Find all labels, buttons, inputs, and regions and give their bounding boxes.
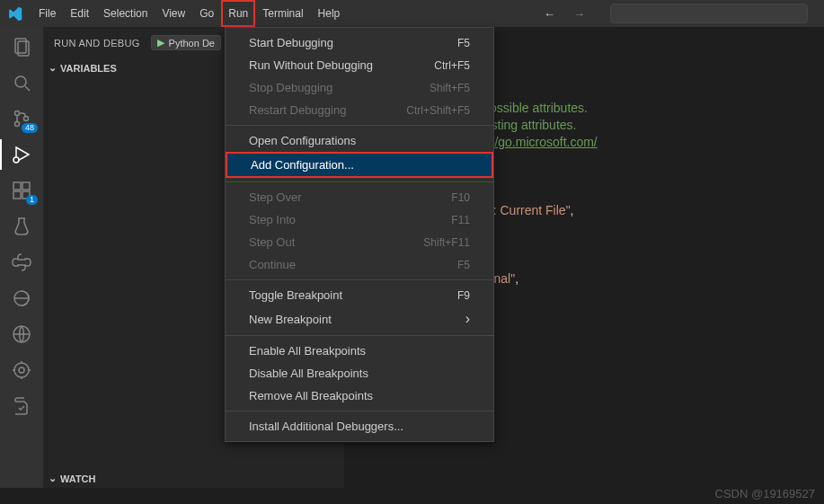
menu-separator: [226, 125, 493, 126]
titlebar: FileEditSelectionViewGoRunTerminalHelp ←…: [0, 0, 824, 27]
activity-python-env-icon[interactable]: [9, 286, 34, 311]
activity-extensions-icon[interactable]: 1: [9, 178, 34, 203]
menu-item-label: Disable All Breakpoints: [249, 367, 368, 380]
nav-forward-icon[interactable]: →: [573, 7, 585, 21]
menu-terminal[interactable]: Terminal: [255, 0, 310, 27]
activity-badge: 48: [22, 123, 38, 133]
menu-help[interactable]: Help: [311, 0, 348, 27]
menu-run[interactable]: Run: [221, 0, 255, 27]
activity-diff-icon[interactable]: [9, 393, 34, 419]
activity-python-icon[interactable]: [9, 250, 34, 275]
vscode-logo-icon: [7, 6, 22, 22]
activity-run-debug-icon[interactable]: [9, 142, 34, 167]
menu-item-label: Step Over: [249, 190, 302, 204]
svg-point-4: [15, 111, 20, 116]
play-icon: ▶: [157, 37, 164, 49]
menu-item-step-over: Step OverF10: [226, 186, 493, 208]
menu-item-shortcut: Shift+F11: [423, 236, 470, 249]
menu-separator: [226, 411, 493, 411]
svg-point-15: [14, 363, 29, 377]
menu-item-remove-all-breakpoints[interactable]: Remove All Breakpoints: [226, 385, 493, 407]
menu-item-start-debugging[interactable]: Start DebuggingF5: [226, 31, 493, 54]
menu-item-shortcut: F11: [451, 214, 470, 226]
section-variables-label: VARIABLES: [60, 63, 117, 74]
menu-item-enable-all-breakpoints[interactable]: Enable All Breakpoints: [226, 340, 493, 362]
command-center-input[interactable]: [610, 4, 808, 23]
menu-selection[interactable]: Selection: [96, 0, 155, 27]
menu-item-label: Step Into: [249, 213, 296, 226]
menu-item-step-out: Step OutShift+F11: [226, 231, 493, 253]
svg-point-6: [24, 117, 29, 121]
svg-point-14: [19, 367, 24, 373]
chevron-down-icon: ⌄: [49, 473, 57, 484]
menu-item-label: Restart Debugging: [249, 103, 346, 117]
menu-edit[interactable]: Edit: [63, 0, 96, 27]
svg-point-2: [15, 76, 26, 87]
debug-config-label: Python De: [169, 38, 215, 49]
activity-live-share-icon[interactable]: [9, 358, 34, 383]
menu-item-shortcut: F5: [457, 37, 470, 49]
activity-explorer-icon[interactable]: [9, 34, 34, 59]
svg-rect-10: [13, 191, 21, 199]
section-watch[interactable]: ⌄ WATCH: [43, 469, 344, 488]
menu-item-shortcut: Shift+F5: [430, 82, 470, 94]
svg-line-3: [25, 86, 30, 91]
menu-item-shortcut: Ctrl+Shift+F5: [406, 104, 470, 117]
menu-separator: [226, 181, 493, 182]
activitybar: 481: [0, 27, 43, 488]
menu-item-label: Stop Debugging: [249, 81, 332, 94]
section-watch-label: WATCH: [60, 473, 96, 484]
menu-item-label: Remove All Breakpoints: [249, 389, 373, 402]
menu-item-shortcut: F9: [457, 289, 470, 302]
menu-item-label: Add Configuration...: [251, 158, 354, 172]
debug-config-selector[interactable]: ▶ Python De: [151, 35, 221, 50]
nav-back-icon[interactable]: ←: [544, 7, 555, 21]
menu-item-add-configuration[interactable]: Add Configuration...: [226, 152, 493, 178]
menu-item-label: New Breakpoint: [249, 313, 332, 326]
menu-item-label: Run Without Debugging: [249, 58, 373, 72]
svg-point-5: [15, 122, 20, 127]
menu-item-shortcut: F10: [451, 191, 470, 204]
menu-item-install-additional-debuggers[interactable]: Install Additional Debuggers...: [226, 415, 493, 438]
activity-search-icon[interactable]: [9, 70, 34, 95]
chevron-down-icon: ⌄: [49, 62, 57, 74]
svg-point-7: [13, 157, 19, 163]
menu-item-shortcut: F5: [457, 259, 470, 271]
menu-item-restart-debugging: Restart DebuggingCtrl+Shift+F5: [226, 99, 493, 121]
svg-rect-8: [13, 182, 21, 190]
menu-item-label: Open Configurations: [249, 134, 356, 147]
menu-item-step-into: Step IntoF11: [226, 208, 493, 231]
menu-file[interactable]: File: [31, 0, 63, 27]
menu-item-label: Enable All Breakpoints: [249, 344, 366, 358]
nav-arrows: ← →: [544, 4, 817, 23]
menu-item-disable-all-breakpoints[interactable]: Disable All Breakpoints: [226, 362, 493, 385]
menu-item-label: Install Additional Debuggers...: [249, 420, 403, 433]
menu-item-stop-debugging: Stop DebuggingShift+F5: [226, 76, 493, 99]
menu-item-toggle-breakpoint[interactable]: Toggle BreakpointF9: [226, 284, 493, 306]
activity-testing-icon[interactable]: [9, 214, 34, 239]
activity-remote-explorer-icon[interactable]: [9, 322, 34, 347]
run-menu-dropdown: Start DebuggingF5Run Without DebuggingCt…: [225, 27, 494, 442]
menu-separator: [226, 335, 493, 336]
menu-item-continue: ContinueF5: [226, 253, 493, 276]
menu-item-label: Toggle Breakpoint: [249, 288, 342, 302]
menubar: FileEditSelectionViewGoRunTerminalHelp: [31, 0, 347, 27]
menu-view[interactable]: View: [155, 0, 192, 27]
menu-item-open-configurations[interactable]: Open Configurations: [226, 129, 493, 152]
menu-item-run-without-debugging[interactable]: Run Without DebuggingCtrl+F5: [226, 54, 493, 76]
menu-item-shortcut: Ctrl+F5: [434, 59, 470, 72]
activity-badge: 1: [26, 195, 38, 205]
activity-source-control-icon[interactable]: 48: [9, 106, 34, 131]
menu-item-label: Start Debugging: [249, 36, 333, 49]
watermark: CSDN @19169527: [715, 487, 815, 500]
svg-rect-9: [22, 182, 30, 190]
menu-separator: [226, 279, 493, 280]
menu-go[interactable]: Go: [192, 0, 221, 27]
menu-item-label: Continue: [249, 258, 296, 271]
menu-item-new-breakpoint[interactable]: New Breakpoint: [226, 306, 493, 332]
sidebar-title: RUN AND DEBUG: [54, 38, 140, 49]
menu-item-label: Step Out: [249, 235, 295, 249]
